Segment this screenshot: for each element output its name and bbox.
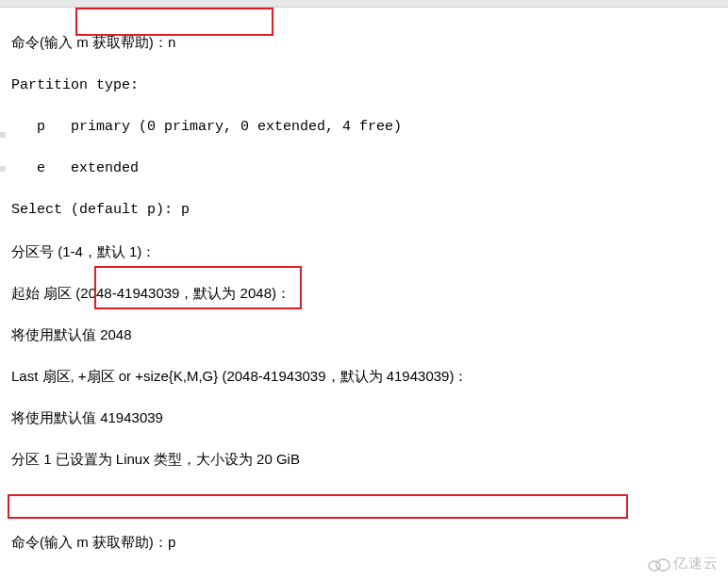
- start-sector: 起始 扇区 (2048-41943039，默认为 2048)：: [11, 283, 720, 304]
- ptype-extended: e extended: [11, 158, 720, 179]
- select-value: p: [181, 202, 190, 218]
- gutter-icons: [0, 132, 8, 200]
- use-default-1: 将使用默认值 2048: [11, 324, 720, 345]
- cmd-input-2: p: [168, 536, 176, 552]
- watermark-logo: 亿速云: [647, 553, 719, 573]
- titlebar-controls: [558, 1, 690, 7]
- partition-type-header: Partition type:: [11, 75, 720, 96]
- terminal-output[interactable]: 命令(输入 m 获取帮助)：n Partition type: p primar…: [11, 11, 720, 581]
- select-label: Select (default p):: [11, 202, 181, 218]
- partition-number: 分区号 (1-4，默认 1)：: [11, 241, 720, 262]
- svg-point-1: [656, 559, 670, 571]
- cmd-prompt-2: 命令(输入 m 获取帮助)：: [11, 534, 168, 550]
- cloud-icon: [647, 556, 671, 572]
- cmd-prompt-1: 命令(输入 m 获取帮助)：: [11, 34, 168, 50]
- cmd-input-1: n: [168, 36, 176, 52]
- watermark-text: 亿速云: [673, 555, 719, 571]
- last-sector: Last 扇区, +扇区 or +size{K,M,G} (2048-41943…: [11, 366, 720, 387]
- partition-set: 分区 1 已设置为 Linux 类型，大小设为 20 GiB: [11, 449, 720, 470]
- ptype-primary: p primary (0 primary, 0 extended, 4 free…: [11, 117, 720, 138]
- use-default-2: 将使用默认值 41943039: [11, 407, 720, 428]
- window-titlebar: [0, 0, 728, 8]
